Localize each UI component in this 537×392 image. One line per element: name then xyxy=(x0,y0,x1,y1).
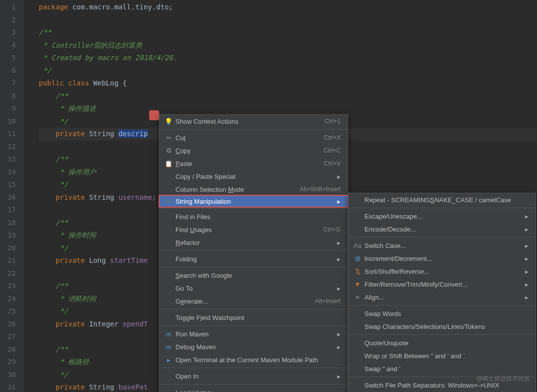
javadoc: * Created by macro on 2018/4/26. xyxy=(39,54,177,62)
menu-open-terminal-maven[interactable]: ▸Open Terminal at the Current Maven Modu… xyxy=(160,353,348,366)
code-line: package com.macro.mall.tiny.dto; xyxy=(39,1,537,14)
menu-repeat-case[interactable]: Repeat - SCREAMINGSNAKE_CASE / camelCase xyxy=(349,193,536,206)
menu-show-context-actions[interactable]: 💡Show Context ActionsCtrl+1 xyxy=(160,115,348,128)
line-number[interactable]: 10 xyxy=(0,115,16,128)
line-number[interactable]: 4 xyxy=(0,39,16,52)
line-number[interactable]: 18 xyxy=(0,217,16,230)
line-number[interactable]: 24 xyxy=(0,293,16,306)
line-number[interactable]: 21 xyxy=(0,254,16,267)
menu-encode-decode[interactable]: Encode/Decode...▸ xyxy=(349,223,536,235)
menu-toggle-watchpoint[interactable]: Toggle Field Watchpoint xyxy=(160,311,348,324)
menu-string-manipulation[interactable]: ✎String Manipulation▸ xyxy=(159,195,349,208)
line-number[interactable]: 20 xyxy=(0,242,16,255)
menu-generate[interactable]: Generate...Alt+Insert xyxy=(160,295,348,308)
line-number[interactable]: 2 xyxy=(0,14,16,27)
line-number[interactable]: 8 xyxy=(0,90,16,103)
cut-icon: ✂ xyxy=(164,134,174,142)
menu-go-to[interactable]: Go To▸ xyxy=(160,282,348,295)
menu-copy-paste-special[interactable]: Copy / Paste Special▸ xyxy=(160,170,348,183)
menu-escape-unescape[interactable]: Escape/Unescape...▸ xyxy=(349,210,536,223)
line-number[interactable]: 9 xyxy=(0,102,16,115)
intention-bulb-icon[interactable] xyxy=(149,110,159,120)
line-number[interactable]: 5 xyxy=(0,52,16,65)
filter-icon: ▼ xyxy=(353,281,362,288)
menu-filter-remove-trim[interactable]: ▼Filter/Remove/Trim/Minify/Convert...▸ xyxy=(349,278,536,291)
line-number[interactable]: 13 xyxy=(0,153,16,166)
line-number[interactable]: 29 xyxy=(0,356,16,369)
sort-icon: ⇅ xyxy=(353,268,362,275)
selected-text[interactable]: descrip xyxy=(118,130,148,138)
menu-quote-unquote[interactable]: Quote/Unquote xyxy=(349,336,536,349)
menu-sort-shuffle-reverse[interactable]: ⇅Sort/Shuffle/Reverse...▸ xyxy=(349,265,536,278)
menu-local-history[interactable]: Local History▸ xyxy=(160,386,348,392)
menu-switch-case[interactable]: AaSwitch Case...▸ xyxy=(349,239,536,252)
menu-folding[interactable]: Folding▸ xyxy=(160,252,348,265)
menu-open-in[interactable]: Open In▸ xyxy=(160,370,348,383)
menu-swap-quotes[interactable]: Swap " and ' xyxy=(349,362,536,375)
maven-run-icon: m xyxy=(164,330,174,338)
pencil-icon: ✎ xyxy=(164,198,174,205)
line-gutter: 1234567891011121314151617181920212223242… xyxy=(0,0,24,392)
line-number[interactable]: 28 xyxy=(0,343,16,356)
menu-search-with-google[interactable]: Search with Google xyxy=(160,269,348,282)
line-number[interactable]: 31 xyxy=(0,381,16,392)
menu-wrap-shift-quotes[interactable]: Wrap or Shift Between " and ' and ` xyxy=(349,349,536,362)
line-number[interactable]: 26 xyxy=(0,318,16,331)
line-number[interactable]: 23 xyxy=(0,280,16,293)
menu-swap-characters[interactable]: Swap Characters/Selections/Lines/Tokens xyxy=(349,320,536,333)
menu-find-in-files[interactable]: Find in Files xyxy=(160,210,348,223)
menu-swap-words[interactable]: Swap Words xyxy=(349,307,536,320)
menu-debug-maven[interactable]: mDebug Maven▸ xyxy=(160,340,348,353)
context-menu: 💡Show Context ActionsCtrl+1 ✂CutCtrl+X ⧉… xyxy=(159,114,348,392)
line-number[interactable]: 6 xyxy=(0,65,16,78)
watermark: @稀土掘金技术社区 xyxy=(476,375,530,383)
menu-paste[interactable]: 📋PasteCtrl+V xyxy=(160,157,348,170)
align-icon: ≡ xyxy=(353,294,362,301)
menu-cut[interactable]: ✂CutCtrl+X xyxy=(160,131,348,144)
line-number[interactable]: 12 xyxy=(0,141,16,154)
javadoc: * Controller层的日志封装类 xyxy=(39,41,142,49)
line-number[interactable]: 16 xyxy=(0,191,16,204)
increment-icon: ⊞ xyxy=(353,255,362,262)
menu-find-usages[interactable]: Find UsagesCtrl+G xyxy=(160,223,348,236)
line-number[interactable]: 14 xyxy=(0,166,16,179)
menu-run-maven[interactable]: mRun Maven▸ xyxy=(160,327,348,340)
menu-increment-decrement[interactable]: ⊞Increment/Decrement...▸ xyxy=(349,252,536,265)
line-number[interactable]: 7 xyxy=(0,77,16,90)
javadoc: /** xyxy=(39,28,51,36)
menu-refactor[interactable]: Refactor▸ xyxy=(160,236,348,249)
line-number[interactable]: 3 xyxy=(0,26,16,39)
string-manipulation-submenu: Repeat - SCREAMINGSNAKE_CASE / camelCase… xyxy=(348,193,536,392)
bulb-icon: 💡 xyxy=(164,118,174,125)
menu-column-selection-mode[interactable]: Column Selection ModeAlt+Shift+Insert xyxy=(160,183,348,196)
case-icon: Aa xyxy=(353,242,362,249)
separator xyxy=(160,129,348,130)
line-number[interactable]: 15 xyxy=(0,178,16,191)
line-number[interactable]: 1 xyxy=(0,1,16,14)
copy-icon: ⧉ xyxy=(164,147,174,155)
line-number[interactable]: 22 xyxy=(0,267,16,280)
javadoc: */ xyxy=(39,67,51,75)
menu-copy[interactable]: ⧉CopyCtrl+C xyxy=(160,144,348,157)
menu-align[interactable]: ≡Align...▸ xyxy=(349,291,536,304)
maven-debug-icon: m xyxy=(164,343,174,351)
line-number[interactable]: 25 xyxy=(0,305,16,318)
paste-icon: 📋 xyxy=(164,160,174,167)
line-number[interactable]: 27 xyxy=(0,330,16,343)
line-number[interactable]: 11 xyxy=(0,128,16,141)
terminal-icon: ▸ xyxy=(164,356,174,364)
line-number[interactable]: 30 xyxy=(0,369,16,382)
line-number[interactable]: 19 xyxy=(0,229,16,242)
line-number[interactable]: 17 xyxy=(0,204,16,217)
